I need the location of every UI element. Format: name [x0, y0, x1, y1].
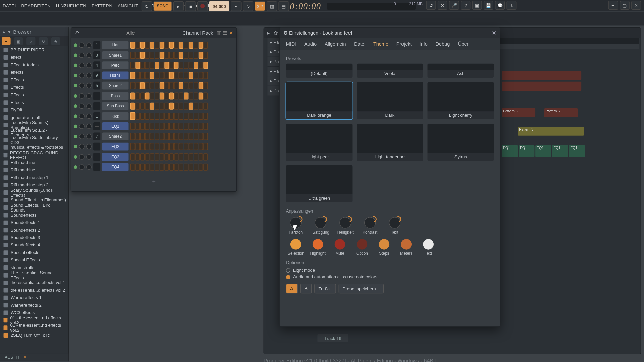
- browser-item[interactable]: Riff machine: [0, 166, 68, 174]
- step-cell[interactable]: [155, 113, 159, 120]
- preset-light-tangerine[interactable]: Light tangerine: [357, 124, 423, 161]
- step-cell[interactable]: [184, 133, 188, 140]
- window-min-icon[interactable]: ━: [608, 1, 618, 10]
- step-cell[interactable]: [150, 92, 154, 99]
- step-cell[interactable]: [155, 123, 159, 130]
- browser-item[interactable]: Soundeffects: [0, 211, 68, 219]
- channel-name[interactable]: EQ1: [102, 122, 128, 130]
- knob-kontrast[interactable]: Kontrast: [362, 217, 378, 235]
- step-cell[interactable]: [160, 153, 164, 160]
- step-cell[interactable]: [145, 143, 149, 150]
- step-cell[interactable]: [140, 153, 145, 160]
- step-cell[interactable]: [199, 72, 203, 79]
- step-cell[interactable]: [179, 82, 183, 89]
- color-dot[interactable]: [290, 239, 301, 250]
- step-cell[interactable]: [169, 153, 174, 160]
- option-light-mode[interactable]: Light mode: [286, 268, 494, 273]
- step-cell[interactable]: [169, 82, 174, 89]
- channel-vol-knob[interactable]: [86, 73, 92, 78]
- channel-led[interactable]: [74, 104, 77, 108]
- channel-name[interactable]: Snare1: [102, 51, 128, 59]
- step-cell[interactable]: [169, 123, 174, 130]
- step-cell[interactable]: [199, 52, 203, 59]
- channel-name[interactable]: Bass: [102, 92, 128, 100]
- step-cell[interactable]: [160, 72, 164, 79]
- channel-pan-knob[interactable]: [79, 53, 85, 58]
- channel-route[interactable]: 7: [93, 132, 100, 140]
- channel-route[interactable]: 1: [93, 112, 100, 120]
- mic-icon[interactable]: 🎤: [449, 1, 459, 10]
- step-cell[interactable]: [174, 123, 178, 130]
- step-cell[interactable]: [164, 62, 169, 69]
- step-cell[interactable]: [140, 133, 145, 140]
- browser-item[interactable]: Warnereffects 1: [0, 294, 68, 301]
- step-cell[interactable]: [164, 153, 169, 160]
- step-cell[interactable]: [135, 123, 140, 130]
- step-cell[interactable]: [145, 42, 149, 49]
- step-cell[interactable]: [164, 103, 169, 110]
- step-cell[interactable]: [150, 164, 154, 171]
- step-cell[interactable]: [145, 82, 149, 89]
- window-max-icon[interactable]: ▢: [620, 1, 630, 10]
- step-cell[interactable]: [199, 103, 203, 110]
- step-cell[interactable]: [174, 143, 178, 150]
- step-cell[interactable]: [140, 52, 145, 59]
- step-cell[interactable]: [189, 153, 193, 160]
- radio-icon[interactable]: [286, 268, 290, 272]
- step-cell[interactable]: [169, 72, 174, 79]
- step-cell[interactable]: [174, 72, 178, 79]
- step-cell[interactable]: [164, 92, 169, 99]
- step-cell[interactable]: [155, 164, 159, 171]
- step-cell[interactable]: [203, 143, 208, 150]
- step-cell[interactable]: [135, 133, 140, 140]
- channel-pan-knob[interactable]: [79, 103, 85, 109]
- step-cell[interactable]: [140, 113, 145, 120]
- step-cell[interactable]: [155, 82, 159, 89]
- step-cell[interactable]: [189, 143, 193, 150]
- browser-item[interactable]: Warnereffects 2: [0, 301, 68, 309]
- step-cell[interactable]: [155, 52, 159, 59]
- step-cell[interactable]: [130, 82, 135, 89]
- step-cell[interactable]: [199, 42, 203, 49]
- step-cell[interactable]: [184, 62, 188, 69]
- step-cell[interactable]: [199, 143, 203, 150]
- step-cell[interactable]: [174, 52, 178, 59]
- preset-veela[interactable]: Veela: [357, 64, 423, 78]
- chat-icon[interactable]: 💬: [495, 1, 505, 10]
- channel-vol-knob[interactable]: [86, 103, 92, 109]
- channel-row[interactable]: 7Snare2: [74, 132, 234, 141]
- step-cell[interactable]: [130, 62, 135, 69]
- browser-folder-icon[interactable]: ▣: [14, 37, 23, 45]
- color-dot[interactable]: [401, 239, 412, 250]
- channel-route[interactable]: 1: [93, 41, 100, 49]
- track-arrow-icon[interactable]: ▸: [270, 40, 272, 45]
- channel-row[interactable]: —EQ2: [74, 142, 234, 152]
- step-cell[interactable]: [135, 52, 140, 59]
- browser-item[interactable]: Effect tutorials: [0, 61, 68, 68]
- step-cell[interactable]: [140, 42, 145, 49]
- rack-back-icon[interactable]: ↶: [75, 30, 79, 36]
- step-cell[interactable]: [174, 42, 178, 49]
- step-cell[interactable]: [150, 72, 154, 79]
- tab-über[interactable]: Über: [458, 41, 468, 47]
- browser-item[interactable]: Soundeffects 2: [0, 226, 68, 234]
- tempo-display[interactable]: 94.000: [209, 1, 229, 11]
- browser-item[interactable]: Effects: [0, 91, 68, 99]
- step-cell[interactable]: [160, 62, 164, 69]
- step-cell[interactable]: [160, 143, 164, 150]
- step-cell[interactable]: [203, 133, 208, 140]
- channel-vol-knob[interactable]: [86, 134, 92, 139]
- step-cell[interactable]: [203, 82, 208, 89]
- step-cell[interactable]: [135, 82, 140, 89]
- channel-route[interactable]: —: [93, 102, 100, 110]
- step-cell[interactable]: [145, 123, 149, 130]
- step-cell[interactable]: [184, 52, 188, 59]
- step-cell[interactable]: [169, 164, 174, 171]
- step-cell[interactable]: [169, 52, 174, 59]
- channel-row[interactable]: —Bass: [74, 91, 234, 101]
- dialog-header[interactable]: ⚙ Einstellungen - Look and feel ✕: [280, 28, 500, 38]
- step-cell[interactable]: [140, 164, 145, 171]
- track-arrow-icon[interactable]: ▸: [270, 69, 272, 74]
- step-cell[interactable]: [145, 52, 149, 59]
- step-cell[interactable]: [135, 103, 140, 110]
